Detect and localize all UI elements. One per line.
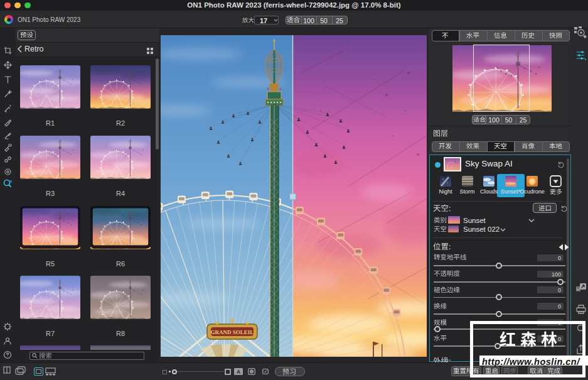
- svg-text:GRAND SOLEIL: GRAND SOLEIL: [211, 329, 254, 335]
